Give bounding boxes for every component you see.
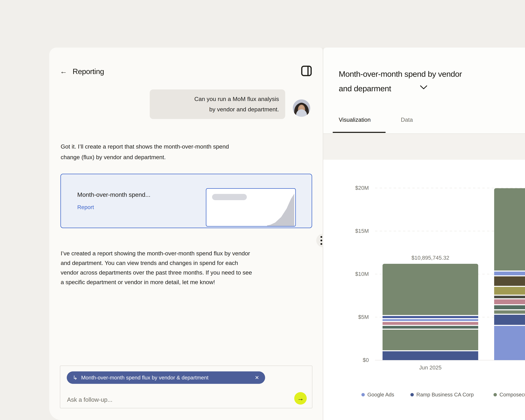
assistant-message: Got it. I’ll create a report that shows … bbox=[61, 141, 229, 163]
bar-segment-navy[interactable] bbox=[494, 315, 525, 325]
arrow-right-icon: → bbox=[297, 394, 304, 402]
report-link[interactable]: Report bbox=[77, 204, 94, 210]
chat-panel: ← Reporting Can you run a MoM flux analy… bbox=[49, 47, 323, 420]
legend-label: Ramp Business CA Corp bbox=[416, 392, 474, 398]
legend-label: Google Ads bbox=[367, 392, 394, 398]
tab-data[interactable]: Data bbox=[401, 117, 413, 123]
y-axis-tick: $20M bbox=[323, 185, 369, 191]
y-axis-tick: $10M bbox=[323, 271, 369, 277]
legend-dot-icon bbox=[410, 393, 414, 396]
app-root: ← Reporting Can you run a MoM flux analy… bbox=[0, 0, 525, 420]
branch-arrow-icon: ↳ bbox=[73, 374, 77, 381]
bar-segment-sage[interactable] bbox=[494, 310, 525, 314]
legend-dot-icon bbox=[361, 393, 365, 396]
stacked-bar-chart: $0$5M$10M$15M$20MJun 2025$10,895,745.32G… bbox=[323, 160, 525, 420]
y-axis-tick: $5M bbox=[323, 314, 369, 320]
thumbnail-placeholder-bar bbox=[212, 194, 247, 200]
send-button[interactable]: → bbox=[294, 392, 307, 405]
report-title-line: Month-over-month spend by vendor bbox=[339, 67, 515, 81]
bar-segment-slate[interactable] bbox=[383, 326, 478, 329]
back-arrow-icon[interactable]: ← bbox=[60, 68, 67, 75]
bar-segment-periwinkle[interactable] bbox=[494, 271, 525, 275]
legend-item[interactable]: Composecu bbox=[494, 392, 525, 398]
bar-segment-brown[interactable] bbox=[494, 276, 525, 286]
assistant-text-line: vendor across departments over the past … bbox=[61, 268, 252, 277]
chat-header: ← Reporting bbox=[60, 66, 313, 77]
composer: ↳ Month-over-month spend flux by vendor … bbox=[60, 365, 312, 408]
bar-segment-navy[interactable] bbox=[383, 351, 478, 360]
assistant-text-line: Got it. I’ll create a report that shows … bbox=[61, 141, 229, 152]
legend-item[interactable]: Google Ads bbox=[361, 392, 394, 398]
followup-input[interactable] bbox=[67, 394, 262, 406]
active-tab-underline bbox=[333, 132, 386, 133]
page-title: Reporting bbox=[73, 67, 104, 76]
bar-segment-olive[interactable] bbox=[494, 287, 525, 295]
report-panel: Month-over-month spend by vendor and dep… bbox=[323, 47, 525, 420]
bar-segment-rose[interactable] bbox=[383, 322, 478, 325]
context-chip-label: Month-over-month spend flux by vendor & … bbox=[81, 375, 208, 381]
report-card-title: Month-over-month spend... bbox=[77, 191, 150, 198]
user-message-bubble: Can you run a MoM flux analysis by vendo… bbox=[150, 89, 285, 119]
bar-segment-sage[interactable] bbox=[383, 264, 478, 315]
user-avatar bbox=[293, 99, 310, 117]
context-chip[interactable]: ↳ Month-over-month spend flux by vendor … bbox=[67, 371, 265, 384]
assistant-text-line: a specific department or vendor in more … bbox=[61, 277, 252, 287]
assistant-text-line: and department. You can view trends and … bbox=[61, 258, 252, 268]
bar-segment-graphite[interactable] bbox=[494, 296, 525, 298]
user-message-line: by vendor and department. bbox=[209, 104, 279, 115]
legend-dot-icon bbox=[494, 393, 497, 396]
bar-segment-periwinkle[interactable] bbox=[494, 326, 525, 360]
chevron-down-icon[interactable] bbox=[420, 85, 427, 90]
close-icon[interactable]: ✕ bbox=[255, 375, 259, 381]
legend-item[interactable]: Ramp Business CA Corp bbox=[410, 392, 474, 398]
legend-label: Composecu bbox=[499, 392, 525, 398]
assistant-message: I’ve created a report showing the month-… bbox=[61, 249, 252, 287]
assistant-text-line: change (flux) by vendor and department. bbox=[61, 152, 229, 163]
filter-bar: Paid True bbox=[323, 134, 525, 160]
y-axis-tick: $0 bbox=[323, 357, 369, 363]
bar-segment-sage[interactable] bbox=[494, 188, 525, 271]
split-panel-icon[interactable] bbox=[301, 65, 312, 76]
assistant-text-line: I’ve created a report showing the month-… bbox=[61, 249, 252, 258]
thumbnail-chart-curve bbox=[267, 194, 294, 226]
bar-segment-slate[interactable] bbox=[494, 305, 525, 309]
user-message-line: Can you run a MoM flux analysis bbox=[194, 94, 279, 104]
y-axis-tick: $15M bbox=[323, 228, 369, 234]
bar-segment-periwinkle[interactable] bbox=[383, 319, 478, 321]
report-attachment-card[interactable]: Month-over-month spend... Report bbox=[60, 174, 312, 228]
tab-visualization[interactable]: Visualization bbox=[339, 117, 371, 123]
bar-clipped[interactable] bbox=[494, 160, 525, 360]
report-thumbnail bbox=[206, 188, 296, 227]
report-title: Month-over-month spend by vendor and dep… bbox=[339, 67, 515, 96]
bar-total-label: $10,895,745.32 bbox=[378, 255, 482, 261]
bar-segment-navy2[interactable] bbox=[383, 316, 478, 318]
bar-segment-rose[interactable] bbox=[494, 299, 525, 304]
x-axis-label: Jun 2025 bbox=[383, 364, 478, 371]
bar-segment-sage[interactable] bbox=[383, 330, 478, 350]
